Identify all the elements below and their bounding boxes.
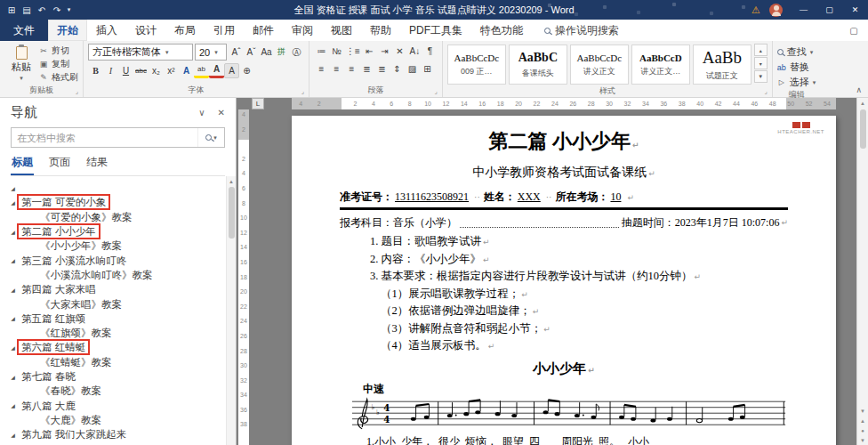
sort-button[interactable]: A↓ [407,44,422,59]
document-title[interactable]: 第二篇 小小少年 [340,128,788,158]
find-button[interactable]: 查找 ▾ [777,45,816,59]
align-left-button[interactable]: ≡ [314,61,329,77]
tab-view[interactable]: 视图 [322,20,361,41]
nav-heading-item[interactable]: ◢ 第四篇 大家来唱 [7,282,236,296]
close-button[interactable]: ✕ [842,0,868,20]
superscript-button[interactable]: x² [164,63,179,78]
paste-button[interactable]: 粘贴 ▾ [4,44,38,84]
asian-layout-button[interactable]: ✕ [392,44,407,59]
styles-dialog-launcher-icon[interactable]: ⌟ [765,88,768,95]
document-search-box[interactable]: ▾ [11,127,225,148]
expand-collapse-icon[interactable]: ◢ [7,287,19,293]
tempo-marking[interactable]: 中速 [340,382,788,396]
collapse-ribbon-button[interactable]: ∧ [856,85,862,94]
shading-button[interactable]: ▨ [405,61,420,77]
nav-heading-item[interactable]: 《大家来唱》教案 [7,296,236,311]
increase-indent-button[interactable]: ⇥ [377,44,392,59]
align-center-button[interactable]: ≡ [329,61,344,77]
nav-heading-item[interactable]: 《可爱的小象》教案 [7,210,236,224]
tab-home[interactable]: 开始 [48,20,87,41]
expand-collapse-icon[interactable]: ◢ [7,315,19,321]
tab-insert[interactable]: 插入 [87,20,126,41]
tab-layout[interactable]: 布局 [165,20,205,41]
expand-collapse-icon[interactable]: ◢ [7,185,19,191]
font-size-select[interactable]: 20 ▾ [195,44,227,61]
font-color-button[interactable]: A [209,63,224,78]
strikethrough-button[interactable]: abc [133,63,149,78]
enclose-button[interactable]: ⊕ [239,63,254,78]
distribute-button[interactable]: ≣ [374,61,390,77]
search-input[interactable] [12,133,197,143]
select-button[interactable]: ▷ 选择 ▾ [777,76,816,89]
replace-button[interactable]: ab 替换 [777,61,816,74]
multilevel-list-button[interactable]: ⋮≡ [344,44,362,59]
style-gallery-down-icon[interactable]: ▾ [754,57,768,69]
enclose-characters-button[interactable]: Ⓐ [289,44,304,60]
nav-heading-item[interactable]: ◢ 第六篇 红蜻蜓 [7,340,236,354]
tab-review[interactable]: 审阅 [283,20,322,41]
tell-me-search[interactable]: 操作说明搜索 [544,20,619,41]
expand-collapse-icon[interactable]: ◢ [7,402,19,409]
cut-button[interactable]: ✂ 剪切 [38,44,78,57]
paragraph-marks-button[interactable]: ¶ [422,44,438,59]
alert-icon[interactable]: ⚠ [749,2,763,18]
song-title[interactable]: 小小少年 [340,359,788,380]
browse-object-icon[interactable]: ● [857,425,868,435]
style-jiangyi-body-2[interactable]: AaBbCcD 讲义正文… [631,44,690,85]
sheet-music-notation[interactable]: ♭♭ 44 [341,396,787,435]
italic-button[interactable]: I [103,63,118,78]
change-case-button[interactable]: Aa [259,44,274,60]
tab-pdf-tools[interactable]: PDF工具集 [400,20,471,41]
phonetic-guide-button[interactable]: 拼 [274,44,289,60]
style-gallery-more-icon[interactable]: ▼ [754,70,768,83]
scrollbar-thumb[interactable] [860,109,866,149]
document-subtitle[interactable]: 中小学教师资格考试面试备课纸 [340,164,788,182]
font-dialog-launcher-icon[interactable]: ⌟ [301,88,304,95]
document-paragraph[interactable]: （1）展示唱歌课教学过程； [340,286,788,303]
document-paragraph[interactable]: （3）讲解附点音符和弱起小节； [340,320,788,338]
nav-heading-item[interactable]: ◢ 第八篇 大鹿 [7,398,236,412]
nav-heading-item[interactable]: ◢ 第九篇 我们大家跳起来 [7,427,236,441]
minimize-button[interactable]: — [791,0,816,20]
expand-collapse-icon[interactable]: ◢ [7,344,19,351]
expand-collapse-icon[interactable]: ◢ [7,432,19,438]
nav-scrollbar[interactable]: ▲ [226,176,236,445]
bullets-button[interactable]: ≔ [314,44,329,59]
expand-collapse-icon[interactable]: ◢ [7,199,19,206]
tab-references[interactable]: 引用 [205,20,244,41]
line-spacing-button[interactable]: ⇕ [390,61,405,77]
next-page-icon[interactable]: ▼ [857,435,868,445]
document-paragraph[interactable]: （4）适当展示板书。 [340,337,788,355]
borders-button[interactable]: ⊞ [420,61,435,77]
scroll-up-icon[interactable]: ▲ [227,176,236,186]
document-scrollbar[interactable]: ▲ ▼ ▲ ● ▼ [856,98,868,445]
char-shading-button[interactable]: A [224,63,239,78]
expand-collapse-icon[interactable]: ◢ [7,257,19,263]
document-paragraph[interactable]: 2. 内容：《小小少年》 [340,251,788,269]
document-page[interactable]: HTEACHER.NET 第二篇 小小少年 中小学教师资格考试面试备课纸 准考证… [292,116,836,445]
nav-heading-item[interactable]: ◢ 第二篇 小小少年 [7,224,236,239]
tab-stop-selector[interactable]: L [252,98,264,109]
scroll-up-icon[interactable]: ▲ [857,98,868,108]
tab-design[interactable]: 设计 [126,20,165,41]
nav-heading-item[interactable]: 《春晓》教案 [7,384,236,398]
clipboard-dialog-launcher-icon[interactable]: ⌟ [76,88,78,95]
font-name-select[interactable]: 方正特楷宋简体 ▾ [88,44,193,61]
nav-tab-results[interactable]: 结果 [85,154,108,175]
undo-button[interactable]: ↶ [35,2,49,18]
nav-heading-item[interactable]: 《小溪流水响叮咚》教案 [7,268,236,282]
nav-heading-item[interactable]: ◢ [7,181,236,195]
tab-file[interactable]: 文件 [0,20,48,41]
bold-button[interactable]: B [88,63,103,78]
grow-font-button[interactable]: Aˆ [229,44,244,60]
style-jiangyi-body[interactable]: AaBbCcDc 讲义正文 [570,44,629,85]
style-009-body[interactable]: AaBbCcDc 009 正… [447,44,506,85]
nav-heading-item[interactable]: 《红旗颂》教案 [7,326,236,340]
copy-button[interactable]: ▣ 复制 [38,58,78,70]
tab-mailings[interactable]: 邮件 [244,20,283,41]
tab-special-features[interactable]: 特色功能 [471,20,532,41]
nav-heading-item[interactable]: 《红蜻蜓》教案 [7,355,236,369]
numbering-button[interactable]: № [329,44,344,59]
document-paragraph[interactable]: 1. 题目：歌唱教学试讲 [340,233,788,251]
subscript-button[interactable]: x₂ [149,63,164,78]
